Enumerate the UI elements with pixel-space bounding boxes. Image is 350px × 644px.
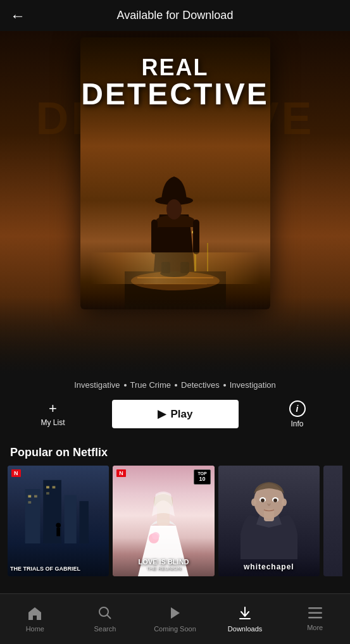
hero-gradient [0,297,350,373]
nav-coming-soon-label: Coming Soon [154,625,196,633]
person-face-icon [231,477,307,559]
bottom-nav: Home Search Coming Soon Downloads [0,593,350,644]
coming-soon-icon [168,606,182,622]
svg-rect-14 [25,489,41,543]
info-icon: i [289,400,306,417]
svg-marker-40 [171,607,180,619]
svg-point-7 [166,199,182,220]
home-icon [27,606,42,622]
hero-section: REALDETECTIVE REAL DETECTIVE [0,31,350,373]
nav-home[interactable]: Home [0,601,70,638]
back-button[interactable]: ← [10,7,25,25]
svg-rect-25 [56,528,60,536]
netflix-badge-1: N [11,469,21,477]
menu-icon [308,607,322,621]
header: ← Available for Download [0,0,350,31]
svg-rect-16 [65,495,77,543]
nav-search[interactable]: Search [70,601,141,638]
svg-rect-19 [34,495,37,497]
page-title: Available for Download [117,9,234,22]
svg-rect-21 [46,486,49,488]
hero-poster: REAL DETECTIVE [80,37,270,309]
download-icon [238,606,252,622]
svg-rect-42 [308,612,322,614]
svg-rect-22 [53,486,56,488]
tag-dot-3 [223,384,226,387]
svg-rect-20 [28,501,31,504]
thumbnail-2[interactable]: N TOP 10 LOVE IS BLIND THE REUNION [113,466,214,576]
popular-section: Popular on Netflix [0,441,350,576]
tags-row: Investigative True Crime Detectives Inve… [0,373,350,390]
plus-icon: + [49,402,57,416]
svg-rect-23 [46,492,49,494]
svg-point-29 [152,532,159,540]
thumbnails-row: N THE TRIALS OF GABRIEL [0,466,350,576]
svg-rect-17 [80,501,89,543]
info-button[interactable]: i Info [278,400,316,428]
svg-point-37 [282,498,287,506]
tag-investigative: Investigative [74,380,120,390]
tag-dot-1 [124,384,127,387]
my-list-label: My List [41,418,65,427]
svg-point-24 [56,523,61,528]
svg-rect-41 [308,607,322,609]
svg-point-35 [273,498,277,502]
thumb-1-title: THE TRIALS OF GABRIEL [10,566,106,573]
tag-true-crime: True Crime [130,380,172,390]
thumbnail-1[interactable]: N THE TRIALS OF GABRIEL [8,466,109,576]
action-row: + My List ▶ Play i Info [0,390,350,441]
play-label: Play [171,408,193,421]
nav-more-label: More [307,624,323,631]
svg-rect-18 [28,495,31,497]
poster-title-line1: REAL [142,56,209,79]
info-label: Info [291,419,303,428]
poster-title-line2: DETECTIVE [81,79,268,109]
svg-point-34 [261,498,265,502]
tag-investigation: Investigation [230,380,276,390]
tag-dot-2 [175,384,177,387]
thumb-2-title: LOVE IS BLIND THE REUNION [115,558,211,571]
nav-coming-soon[interactable]: Coming Soon [140,601,210,638]
svg-line-39 [107,615,111,619]
search-icon [98,606,112,622]
svg-point-38 [99,607,108,616]
thumbnail-3[interactable]: whitechapel [218,466,320,576]
svg-rect-9 [193,220,199,254]
nav-downloads[interactable]: Downloads [210,601,280,638]
popular-title: Popular on Netflix [0,441,350,466]
my-list-button[interactable]: + My List [34,402,72,427]
svg-point-36 [251,498,256,506]
nav-search-label: Search [94,625,116,633]
netflix-badge-2: N [116,469,126,477]
building-icon [8,477,109,543]
thumbnail-4[interactable] [323,466,342,576]
play-icon: ▶ [158,407,166,421]
nav-more[interactable]: More [280,602,350,636]
svg-rect-8 [151,220,158,254]
svg-rect-43 [308,617,322,619]
play-button[interactable]: ▶ Play [112,400,239,428]
nav-home-label: Home [26,625,44,633]
tag-detectives: Detectives [181,380,220,390]
nav-downloads-label: Downloads [228,625,262,633]
thumb-3-title: whitechapel [218,562,320,571]
top10-badge-2: TOP 10 [194,469,210,485]
